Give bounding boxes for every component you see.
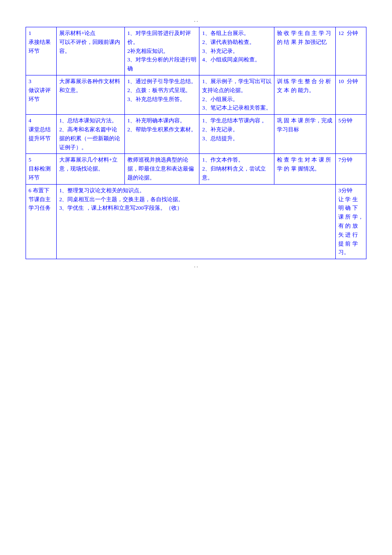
cell: 6 布置下节课自主学习任务 xyxy=(26,184,57,259)
cell: 大屏幕展示几个材料+立意，现场找论据。 xyxy=(56,154,124,184)
cell: 1、各组上台展示。 2、课代表协助检查。 3、补充记录。 4、小组或同桌间检查。 xyxy=(199,27,274,75)
cell: 10 分钟 xyxy=(336,75,366,114)
cell: 3分钟 让 学 生 明 确 下 课 所 学，有 的 放 矢 进 行 提 前 学习… xyxy=(336,184,366,259)
cell: 检 查 学 生 对 本 课 所 学 的 掌 握情况。 xyxy=(274,154,336,184)
cell: 5分钟 xyxy=(336,115,366,154)
table-row: 3 做议讲评 环节大屏幕展示各种作文材料和立意。1、通过例子引导学生总结。 2、… xyxy=(26,75,366,114)
cell: 展示材料+论点 可以不评价，回顾前课内容。 xyxy=(56,27,124,75)
table-row: 1 承接结果环节展示材料+论点 可以不评价，回顾前课内容。1、对学生回答进行及时… xyxy=(26,27,366,75)
cell: 教师巡视并挑选典型的论据，即最佳立意和表达最偏题的论据。 xyxy=(124,154,199,184)
cell: 1、总结本课知识方法。 2、高考和名家名篇中论据的积累（一些新颖的论证例子）。 xyxy=(56,115,124,154)
cell: 12 分钟 xyxy=(336,27,366,75)
cell: 巩 固 本 课 所学，完成学习目标 xyxy=(274,115,336,154)
cell: 1、作文本作答。 2、归纳材料含义，尝试立意。 xyxy=(199,154,274,184)
bottom-dots: . . xyxy=(26,263,366,269)
table-row: 6 布置下节课自主学习任务1、整理复习议论文相关的知识点。 2、同桌相互出一个主… xyxy=(26,184,366,259)
table-row: 4 课堂总结提升环节1、总结本课知识方法。 2、高考和名家名篇中论据的积累（一些… xyxy=(26,115,366,154)
cell: 5 目标检测 环节 xyxy=(26,154,57,184)
cell: 4 课堂总结提升环节 xyxy=(26,115,57,154)
table-row: 5 目标检测 环节大屏幕展示几个材料+立意，现场找论据。教师巡视并挑选典型的论据… xyxy=(26,154,366,184)
cell: 1、通过例子引导学生总结。 2、点拨：板书方式呈现。 3、补充总结学生所答。 xyxy=(124,75,199,114)
cell: 1、对学生回答进行及时评价。 2补充相应知识。 3、对学生分析的片段进行明确 xyxy=(124,27,199,75)
cell: 1、补充明确本课内容。 2、帮助学生积累作文素材。 xyxy=(124,115,199,154)
top-dots: . . xyxy=(26,17,366,23)
cell: 1、展示例子，学生写出可以支持论点的论据。 2、小组展示。 3、笔记本上记录相关… xyxy=(199,75,274,114)
cell: 1 承接结果环节 xyxy=(26,27,57,75)
cell: 大屏幕展示各种作文材料和立意。 xyxy=(56,75,124,114)
cell: 1、学生总结本节课内容 。 2、补充记录。 3、总结提升。 xyxy=(199,115,274,154)
cell: 7分钟 xyxy=(336,154,366,184)
main-table: 1 承接结果环节展示材料+论点 可以不评价，回顾前课内容。1、对学生回答进行及时… xyxy=(26,27,366,259)
cell: 1、整理复习议论文相关的知识点。 2、同桌相互出一个主题，交换主题，各自找论据。… xyxy=(56,184,335,259)
cell: 训 练 学 生 整 合 分 析 文 本 的 能力。 xyxy=(274,75,336,114)
cell: 验 收 学 生 自 主 学 习 的 结 果 并 加强记忆 xyxy=(274,27,336,75)
cell: 3 做议讲评 环节 xyxy=(26,75,57,114)
